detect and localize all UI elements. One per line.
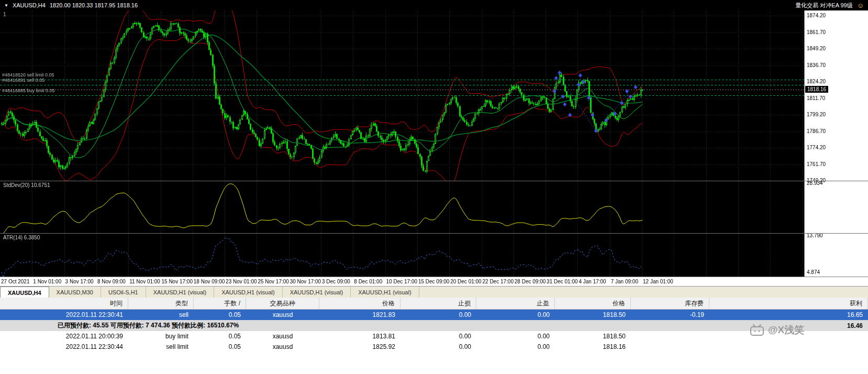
table-cell: 0.00 xyxy=(400,311,476,318)
table-cell: 0.00 xyxy=(400,333,476,340)
table-cell: 0.00 xyxy=(476,311,555,318)
time-label: 11 Nov 01:00 xyxy=(129,279,160,284)
watermark-handle: @X浅笑 xyxy=(768,323,804,337)
column-header[interactable]: 手数 / xyxy=(194,298,246,309)
pane-separator[interactable] xyxy=(0,233,868,234)
price-scale[interactable]: 1874.201861.701849.201836.701824.201811.… xyxy=(804,10,868,277)
column-header[interactable]: 时间 xyxy=(0,298,128,309)
column-header[interactable]: 库存费 xyxy=(631,298,709,309)
table-cell: xauusd xyxy=(246,311,319,318)
account-summary-text: 已用预付款: 45.55 可用预付款: 7 474.36 预付款比例: 1651… xyxy=(58,321,239,330)
table-cell: 1818.50 xyxy=(555,333,631,340)
price-tick-label: 1811.70 xyxy=(807,95,825,101)
time-label: 4 Jan 17:00 xyxy=(578,279,606,284)
time-label: 25 Nov 17:00 xyxy=(258,279,289,284)
column-header[interactable]: 价格 xyxy=(319,298,400,309)
table-cell: 2022.01.11 22:30:41 xyxy=(0,311,128,318)
ea-smiley-icon[interactable]: ☺ xyxy=(857,2,864,9)
time-label: 8 Nov 09:00 xyxy=(97,279,126,284)
table-cell: 1813.81 xyxy=(319,333,400,340)
time-label: 3 Dec 09:00 xyxy=(322,279,350,284)
price-tick-label: 1824.20 xyxy=(807,79,826,84)
chart-tab[interactable]: XAUUSD,H1 (visual) xyxy=(146,287,214,298)
table-cell: 1818.16 xyxy=(555,343,631,350)
time-label: 15 Nov 17:00 xyxy=(162,279,193,284)
price-tick-label: 1874.20 xyxy=(807,13,826,18)
table-cell: 0.05 xyxy=(194,333,246,340)
chart-tab[interactable]: XAUUSD,M30 xyxy=(49,287,101,298)
table-cell: xauusd xyxy=(246,333,319,340)
account-total-profit: 16.46 xyxy=(847,320,863,331)
time-label: 20 Dec 01:00 xyxy=(450,279,482,284)
chart-tab[interactable]: XAUUSD,H1 (visual) xyxy=(214,287,282,298)
price-tick-label: 1774.20 xyxy=(807,145,826,150)
chart-tab-bar: XAUUSD,H4XAUUSD,M30USOil-S,H1XAUUSD,H1 (… xyxy=(0,286,868,298)
table-cell: 0.00 xyxy=(476,343,555,350)
table-cell: 0.00 xyxy=(476,333,555,340)
time-label: 27 Oct 2021 xyxy=(1,279,29,284)
table-cell: 0.05 xyxy=(194,343,246,350)
time-label: 31 Dec 01:00 xyxy=(547,279,578,284)
table-cell: 0.00 xyxy=(400,343,476,350)
table-row[interactable]: 2022.01.11 22:30:44sell limit0.05xauusd1… xyxy=(0,342,868,352)
chart-tab[interactable]: XAUUSD,H1 (visual) xyxy=(283,287,351,298)
time-label: 7 Jan 09:00 xyxy=(611,279,638,284)
price-tick-label: 1761.70 xyxy=(807,161,826,167)
ohlc-values: 1820.00 1820.33 1817.95 1818.16 xyxy=(50,2,138,8)
table-cell: xauusd xyxy=(246,343,319,350)
chart-title-bar: ▼ XAUUSD,H4 1820.00 1820.33 1817.95 1818… xyxy=(0,0,868,10)
table-cell: sell xyxy=(128,311,194,318)
time-label: 15 Dec 09:00 xyxy=(418,279,450,284)
table-cell: 1821.83 xyxy=(319,311,400,318)
time-label: 3 Nov 17:00 xyxy=(65,279,94,284)
symbol-dropdown-icon[interactable]: ▼ xyxy=(4,3,8,8)
table-header-row: 时间类型手数 /交易品种价格止损止盈价格库存费获利 xyxy=(0,298,868,310)
table-cell: buy limit xyxy=(128,333,194,340)
column-header[interactable]: 止损 xyxy=(400,298,476,309)
time-label: 18 Nov 09:00 xyxy=(194,279,225,284)
table-cell: sell limit xyxy=(128,343,194,350)
table-cell: -0.19 xyxy=(631,311,709,318)
pane-separator[interactable] xyxy=(0,181,868,181)
column-header[interactable]: 交易品种 xyxy=(246,298,319,309)
time-label: 10 Dec 17:00 xyxy=(386,279,418,284)
chart-region: 1 StdDev(20) 10.6751 ATR(14) 6.3850 #484… xyxy=(0,10,868,277)
time-axis[interactable]: 27 Oct 20211 Nov 01:003 Nov 17:008 Nov 0… xyxy=(0,277,868,287)
account-summary-row[interactable]: 已用预付款: 45.55 可用预付款: 7 474.36 预付款比例: 1651… xyxy=(0,320,868,331)
price-chart-canvas[interactable] xyxy=(0,10,804,277)
tv-icon xyxy=(750,324,764,336)
time-label: 12 Jan 01:00 xyxy=(643,279,673,284)
column-header[interactable]: 类型 xyxy=(128,298,194,309)
chart-tab[interactable]: USOil-S,H1 xyxy=(101,287,146,298)
table-cell: 1818.50 xyxy=(555,311,631,318)
table-cell: 1825.92 xyxy=(319,343,400,350)
table-cell: 16.65 xyxy=(709,311,868,318)
watermark: @X浅笑 xyxy=(750,323,804,337)
time-label: 1 Nov 01:00 xyxy=(33,279,61,284)
table-cell: 0.05 xyxy=(194,311,246,318)
mt4-terminal-window: ▼ XAUUSD,H4 1820.00 1820.33 1817.95 1818… xyxy=(0,0,868,374)
time-label: 28 Dec 09:00 xyxy=(515,279,546,284)
price-tick-label: 1836.70 xyxy=(807,62,826,68)
table-row[interactable]: 2022.01.11 20:00:39buy limit0.05xauusd18… xyxy=(0,331,868,342)
price-tick-label: 1849.20 xyxy=(807,46,826,51)
trade-table: 时间类型手数 /交易品种价格止损止盈价格库存费获利2022.01.11 22:3… xyxy=(0,298,868,352)
column-header[interactable]: 获利 xyxy=(709,298,868,309)
current-price-box: 1818.16 xyxy=(805,86,828,93)
price-tick-label: 1786.70 xyxy=(807,128,826,134)
column-header[interactable]: 止盈 xyxy=(476,298,555,309)
symbol-timeframe-label: XAUUSD,H4 xyxy=(13,2,46,8)
ea-name-label: 量化交易 对冲EA 99级 xyxy=(795,2,852,9)
price-tick-label: 1799.20 xyxy=(807,112,826,117)
chart-tab[interactable]: XAUUSD,H4 xyxy=(0,287,49,298)
time-label: 23 Nov 01:00 xyxy=(226,279,257,284)
table-row[interactable]: 2022.01.11 22:30:41sell0.05xauusd1821.83… xyxy=(0,310,868,320)
chart-tab[interactable]: XAUUSD,H1 (visual) xyxy=(351,287,419,298)
table-cell: 2022.01.11 20:00:39 xyxy=(0,333,128,340)
table-cell: 2022.01.11 22:30:44 xyxy=(0,343,128,350)
price-tick-label: 1861.70 xyxy=(807,29,826,35)
time-label: 8 Dec 01:00 xyxy=(354,279,382,284)
atr-axis-bottom-label: 4.874 xyxy=(807,269,820,275)
column-header[interactable]: 价格 xyxy=(555,298,631,309)
time-label: 22 Dec 17:00 xyxy=(483,279,514,284)
